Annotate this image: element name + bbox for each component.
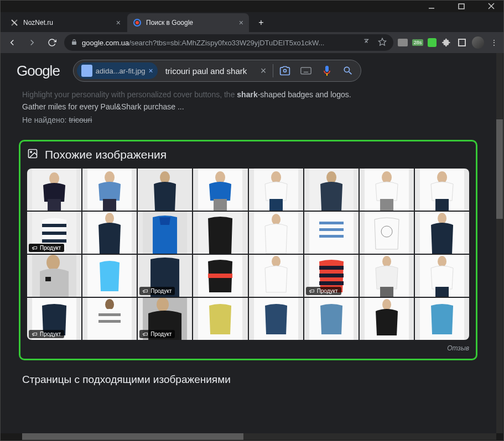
close-icon[interactable]: × xyxy=(239,18,243,27)
image-thumbnail[interactable] xyxy=(82,169,137,211)
horizontal-scrollbar[interactable] xyxy=(22,433,496,440)
svg-point-59 xyxy=(438,213,446,224)
image-thumbnail[interactable] xyxy=(193,212,247,254)
clear-icon[interactable]: × xyxy=(256,65,271,77)
image-thumbnail[interactable] xyxy=(249,169,303,211)
svg-rect-25 xyxy=(103,199,116,211)
image-thumbnail[interactable] xyxy=(138,212,192,254)
address-bar[interactable]: google.com.ua/search?tbs=sbi:AMhZZispy0f… xyxy=(64,34,393,51)
image-thumbnail[interactable] xyxy=(360,169,414,211)
image-thumbnail[interactable] xyxy=(304,169,358,211)
image-thumbnail[interactable] xyxy=(27,169,81,211)
image-thumbnail[interactable] xyxy=(415,169,469,211)
similar-images-grid: 🏷Продукт🏷Продукт 🏷Продукт 🏷Продукт xyxy=(27,169,469,340)
image-thumbnail[interactable] xyxy=(27,255,81,297)
svg-rect-75 xyxy=(380,287,393,297)
svg-rect-66 xyxy=(208,274,232,278)
close-icon[interactable]: × xyxy=(116,18,121,27)
mic-icon[interactable] xyxy=(318,61,336,80)
image-thumbnail[interactable] xyxy=(415,298,469,340)
image-thumbnail[interactable]: 🏷Продукт xyxy=(27,298,81,340)
star-icon[interactable] xyxy=(378,38,387,48)
extensions-area: 28s ⋮ xyxy=(398,36,500,49)
image-thumbnail[interactable] xyxy=(82,212,137,254)
svg-point-7 xyxy=(136,21,139,24)
horizontal-scrollbar-thumb[interactable] xyxy=(22,433,243,440)
image-thumbnail[interactable] xyxy=(249,298,303,340)
reload-button[interactable] xyxy=(44,35,60,50)
tag-icon: 🏷 xyxy=(32,331,38,337)
forward-button[interactable] xyxy=(24,35,40,50)
svg-rect-1 xyxy=(459,4,464,9)
chip-thumbnail xyxy=(81,65,92,77)
image-thumbnail[interactable] xyxy=(415,255,469,297)
svg-rect-71 xyxy=(319,274,344,277)
search-query-text[interactable]: tricouri paul and shark xyxy=(160,66,254,76)
image-thumbnail[interactable] xyxy=(249,255,303,297)
profile-avatar[interactable] xyxy=(472,36,484,49)
image-thumbnail[interactable] xyxy=(360,255,414,297)
similar-images-box: Похожие изображения 🏷Продукт🏷Продукт xyxy=(19,140,477,360)
divider xyxy=(273,64,273,77)
new-tab-button[interactable]: + xyxy=(253,15,269,30)
svg-point-90 xyxy=(382,299,391,310)
image-thumbnail[interactable]: 🏷Продукт🏷Продукт xyxy=(27,212,81,254)
svg-rect-44 xyxy=(42,232,66,235)
extensions-icon[interactable] xyxy=(441,37,452,48)
image-thumbnail[interactable]: 🏷Продукт xyxy=(304,255,358,297)
ext-icon-1[interactable] xyxy=(398,39,408,46)
window-icon[interactable] xyxy=(456,37,467,48)
image-thumbnail[interactable] xyxy=(193,169,247,211)
ext-icon-2[interactable]: 28s xyxy=(412,37,423,48)
window-close-button[interactable] xyxy=(483,0,500,12)
svg-point-19 xyxy=(30,151,32,153)
google-header: Google adida...ar-fit.jpg × tricouri pau… xyxy=(0,53,496,88)
chip-remove-icon[interactable]: × xyxy=(148,66,153,75)
camera-icon[interactable] xyxy=(276,61,294,80)
svg-rect-43 xyxy=(42,224,66,227)
image-thumbnail[interactable] xyxy=(304,298,358,340)
image-thumbnail[interactable] xyxy=(82,255,137,297)
image-thumbnail[interactable]: 🏷Продукт xyxy=(138,255,192,297)
search-icon[interactable] xyxy=(339,61,357,80)
tag-icon: 🏷 xyxy=(309,288,315,294)
google-searchbar[interactable]: adida...ar-fit.jpg × tricouri paul and s… xyxy=(73,60,361,82)
image-thumbnail[interactable] xyxy=(193,298,247,340)
svg-point-47 xyxy=(105,213,114,224)
vertical-scrollbar-thumb[interactable] xyxy=(496,119,503,219)
ext-icon-3[interactable] xyxy=(428,38,437,47)
image-thumbnail[interactable] xyxy=(249,212,303,254)
back-button[interactable] xyxy=(4,35,20,50)
tab-noznet[interactable]: NozNet.ru × xyxy=(4,13,126,32)
image-thumbnail[interactable] xyxy=(360,298,414,340)
svg-point-51 xyxy=(272,214,280,225)
svg-point-21 xyxy=(49,172,59,185)
image-thumbnail[interactable] xyxy=(193,255,247,297)
image-thumbnail[interactable] xyxy=(360,212,414,254)
google-logo[interactable]: Google xyxy=(17,62,60,80)
window-maximize-button[interactable] xyxy=(453,0,470,12)
product-tag: 🏷Продукт xyxy=(29,244,64,252)
image-thumbnail[interactable] xyxy=(138,169,192,211)
menu-icon[interactable]: ⋮ xyxy=(489,37,500,48)
browser-toolbar: google.com.ua/search?tbs=sbi:AMhZZispy0f… xyxy=(0,32,504,53)
product-tag: 🏷Продукт xyxy=(139,330,175,338)
image-chip[interactable]: adida...ar-fit.jpg × xyxy=(77,62,158,79)
svg-point-74 xyxy=(382,256,391,267)
vertical-scrollbar[interactable] xyxy=(496,53,503,433)
translate-icon[interactable] xyxy=(363,38,372,48)
image-thumbnail[interactable] xyxy=(82,298,137,340)
svg-point-29 xyxy=(215,171,225,183)
feedback-link[interactable]: Отзыв xyxy=(27,344,469,352)
url-text: google.com.ua/search?tbs=sbi:AMhZZispy0f… xyxy=(82,39,359,47)
svg-point-85 xyxy=(157,298,169,312)
window-minimize-button[interactable] xyxy=(423,0,440,12)
image-thumbnail[interactable]: 🏷Продукт xyxy=(138,298,192,340)
svg-rect-82 xyxy=(98,313,121,316)
image-thumbnail[interactable] xyxy=(415,212,469,254)
image-thumbnail[interactable] xyxy=(304,212,358,254)
product-tag: 🏷Продукт xyxy=(306,287,341,295)
tab-google-search[interactable]: Поиск в Google × xyxy=(127,13,249,32)
svg-rect-16 xyxy=(325,66,329,72)
keyboard-icon[interactable] xyxy=(297,61,315,80)
